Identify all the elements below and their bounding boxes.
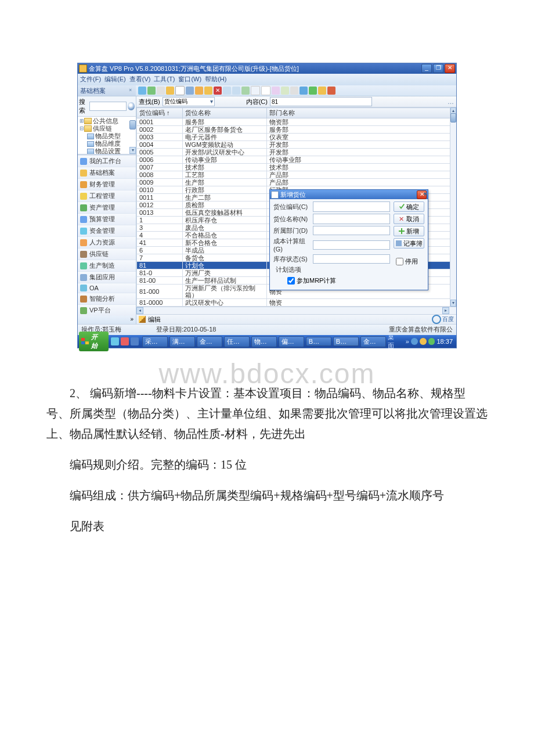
- toolbar-icon[interactable]: [261, 86, 270, 95]
- table-row[interactable]: 0003电子元器件仪表室: [137, 134, 456, 141]
- tree-scrollbar-down[interactable]: ▾: [129, 147, 136, 154]
- table-row[interactable]: 81-0000武汉研发中心物资: [137, 299, 456, 307]
- toolbar-icon[interactable]: [186, 87, 194, 95]
- nav-my-workbench[interactable]: 我的工作台: [78, 155, 136, 167]
- start-button[interactable]: 开始: [79, 332, 109, 351]
- toolbar-icon[interactable]: [272, 87, 280, 95]
- window-minimize-button[interactable]: _: [421, 64, 432, 73]
- field-code-input[interactable]: [313, 201, 390, 212]
- nav-project[interactable]: 工程管理: [78, 190, 136, 201]
- nav-production[interactable]: 生产制造: [78, 260, 136, 271]
- toolbar-icon[interactable]: [300, 87, 308, 95]
- scroll-right-icon[interactable]: ▸: [442, 307, 449, 314]
- grid-col-code[interactable]: 货位编码 ↑: [137, 108, 183, 118]
- nav-fund[interactable]: 资金管理: [78, 225, 136, 236]
- nav-oa[interactable]: OA: [78, 283, 136, 293]
- toolbar-icon[interactable]: [166, 87, 174, 95]
- table-row[interactable]: 0008工艺部产品部: [137, 171, 456, 179]
- menu-window[interactable]: 窗口(W): [178, 75, 201, 84]
- search-input[interactable]: [89, 102, 127, 111]
- toolbar-icon[interactable]: [318, 87, 326, 95]
- find-field-combo[interactable]: 货位编码: [163, 97, 215, 106]
- table-row[interactable]: 0001服务部物资部: [137, 118, 456, 126]
- nav-supplychain[interactable]: 供应链: [78, 248, 136, 260]
- toolbar-icon[interactable]: [251, 86, 260, 95]
- menu-help[interactable]: 帮助(H): [205, 75, 226, 84]
- field-store-combo[interactable]: [313, 254, 390, 264]
- dialog-ok-button[interactable]: 确定: [394, 201, 424, 212]
- scroll-down-icon[interactable]: ▾: [450, 300, 456, 307]
- window-maximize-button[interactable]: ❐: [433, 64, 443, 73]
- delete-icon[interactable]: ✕: [214, 87, 222, 95]
- taskbar-item[interactable]: 金…: [360, 336, 386, 347]
- menu-tool[interactable]: 工具(T): [154, 75, 175, 84]
- toolbar-icon[interactable]: [157, 87, 165, 95]
- taskbar-item[interactable]: 任…: [224, 336, 250, 347]
- nav-hr[interactable]: 人力资源: [78, 236, 136, 248]
- menu-view[interactable]: 查看(V): [129, 75, 151, 84]
- toolbar-icon[interactable]: [232, 87, 240, 95]
- mrp-checkbox[interactable]: [287, 277, 295, 285]
- quicklaunch-icon[interactable]: [131, 337, 139, 345]
- grid-col-dept[interactable]: 部门名称: [267, 108, 456, 118]
- tree-item[interactable]: 物品设置: [95, 147, 121, 154]
- tray-icon[interactable]: [411, 338, 418, 345]
- content-input[interactable]: [270, 97, 372, 106]
- grid-hscrollbar[interactable]: ◂ ▸: [136, 307, 456, 314]
- nav-group-app[interactable]: 集团应用: [78, 271, 136, 283]
- menu-edit[interactable]: 编辑(E): [104, 75, 126, 84]
- nav-finance[interactable]: 财务管理: [78, 178, 136, 190]
- table-row[interactable]: 0004WGM变频软起动开发部: [137, 141, 456, 149]
- field-name-input[interactable]: [313, 214, 390, 224]
- taskbar-item[interactable]: 满…: [169, 336, 195, 347]
- toolbar-icon[interactable]: [309, 87, 317, 95]
- taskbar-item[interactable]: 偏…: [279, 336, 304, 347]
- tree-item[interactable]: 公共信息: [93, 117, 118, 125]
- dialog-notepad-button[interactable]: 记事簿: [394, 238, 424, 249]
- search-icon[interactable]: [128, 102, 135, 110]
- nav-expand-button[interactable]: »: [78, 316, 136, 324]
- table-row[interactable]: 0006传动事业部传动事业部: [137, 156, 456, 164]
- tray-icon[interactable]: [428, 338, 435, 345]
- scroll-thumb[interactable]: [450, 113, 456, 123]
- quicklaunch-icon[interactable]: [121, 337, 129, 345]
- nav-asset[interactable]: 资产管理: [78, 201, 136, 213]
- field-cost-combo[interactable]: [313, 240, 390, 250]
- toolbar-icon[interactable]: [327, 87, 335, 95]
- toolbar-icon[interactable]: [195, 87, 203, 95]
- toolbar-icon[interactable]: [204, 87, 212, 95]
- grid-vscrollbar[interactable]: ▴ ▾: [450, 107, 456, 307]
- toolbar-icon[interactable]: [175, 86, 185, 95]
- grid-col-name[interactable]: 货位名称: [183, 108, 267, 118]
- toolbar-icon[interactable]: [147, 87, 156, 95]
- field-dept-combo[interactable]: [313, 226, 390, 235]
- nav-bi[interactable]: 智能分析: [78, 293, 136, 304]
- nav-vp-platform[interactable]: VP平台: [78, 304, 136, 316]
- window-close-button[interactable]: ✕: [445, 64, 455, 73]
- taskbar-item[interactable]: 金…: [197, 336, 222, 347]
- toolbar-icon[interactable]: [241, 87, 250, 95]
- query-more-icon[interactable]: …: [448, 98, 454, 105]
- toolbar-icon[interactable]: [223, 87, 231, 95]
- dialog-new-button[interactable]: 新增: [394, 226, 424, 236]
- quicklaunch-icon[interactable]: [111, 337, 119, 345]
- baidu-search[interactable]: 百度: [432, 315, 454, 324]
- nav-tree[interactable]: ⊞公共信息 ⊟供应链 物品类型 物品维度 物品设置 物品税率 自定项目 成本计算…: [78, 117, 136, 154]
- scroll-left-icon[interactable]: ◂: [136, 307, 143, 314]
- left-pane-tab-close-icon[interactable]: ×: [129, 87, 135, 93]
- tree-item[interactable]: 供应链: [93, 125, 112, 132]
- taskbar-item[interactable]: 物…: [251, 336, 277, 347]
- nav-budget[interactable]: 预算管理: [78, 213, 136, 225]
- disable-checkbox[interactable]: [396, 258, 403, 265]
- tree-item[interactable]: 物品维度: [95, 140, 121, 147]
- toolbar-icon[interactable]: [290, 87, 298, 95]
- taskbar-item[interactable]: B…: [306, 337, 331, 346]
- left-pane-tab[interactable]: 基础档案 ×: [78, 85, 136, 96]
- show-desktop[interactable]: 桌面: [388, 333, 400, 350]
- nav-basic-archive[interactable]: 基础档案: [78, 167, 136, 178]
- taskbar-folder[interactable]: B…: [333, 337, 359, 346]
- table-row[interactable]: 0002老厂区服务部备货仓服务部: [137, 126, 456, 134]
- tray-more-icon[interactable]: »: [406, 338, 409, 345]
- tray-icon[interactable]: [420, 338, 427, 345]
- table-row[interactable]: 0005开发部/武汉研发中心开发部: [137, 149, 456, 156]
